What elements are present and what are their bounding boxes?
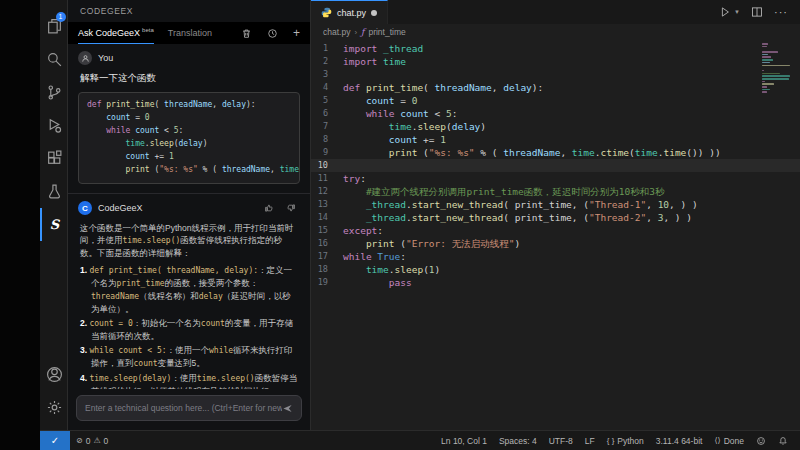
code-token bbox=[87, 112, 106, 125]
code-line[interactable]: 15except: bbox=[311, 224, 800, 237]
code-line[interactable]: 17while True: bbox=[311, 250, 800, 263]
vote-icons bbox=[264, 203, 300, 213]
activity-source-control[interactable] bbox=[40, 76, 68, 109]
breadcrumb[interactable]: chat.py › ƒ print_time bbox=[311, 24, 800, 40]
code-line[interactable]: 5 count = 0 bbox=[311, 94, 800, 107]
line-number: 7 bbox=[311, 120, 343, 133]
code-token: ( print_time, ( bbox=[503, 198, 589, 211]
python-interpreter[interactable]: 3.11.4 64-bit bbox=[650, 431, 709, 450]
split-editor-icon[interactable] bbox=[751, 6, 763, 18]
codegeex-panel: CODEGEEX Ask CodeGeeX beta Translation + bbox=[68, 0, 311, 430]
answer-list-item: 1. def print_time( threadName, delay):：定… bbox=[80, 264, 298, 315]
inline-code: time.sleep() bbox=[123, 236, 181, 245]
code-line[interactable]: 8 count += 1 bbox=[311, 133, 800, 146]
activity-codegeex[interactable]: S bbox=[40, 208, 68, 241]
eol-sequence[interactable]: LF bbox=[579, 431, 601, 450]
breadcrumb-symbol[interactable]: print_time bbox=[368, 27, 405, 37]
code-line[interactable]: 12 #建立两个线程分别调用print_time函数，延迟时间分别为10秒和3秒 bbox=[311, 185, 800, 198]
chat-input[interactable] bbox=[85, 403, 282, 413]
answer-list-item: 3. while count < 5:：使用一个while循环来执行打印操作，直… bbox=[80, 344, 298, 370]
cursor-position[interactable]: Ln 10, Col 1 bbox=[435, 431, 493, 450]
thumbs-up-icon[interactable] bbox=[264, 203, 274, 213]
answer-text: 变量达到5。 bbox=[158, 358, 205, 368]
codegeex-status[interactable]: ⟨⟩ Done bbox=[708, 431, 750, 450]
activity-run-debug[interactable] bbox=[40, 109, 68, 142]
line-number: 5 bbox=[311, 94, 343, 107]
code-line[interactable]: 18 time.sleep(1) bbox=[311, 263, 800, 276]
code-token: ( bbox=[154, 99, 164, 112]
code-token: , bbox=[212, 99, 222, 112]
inline-code: count bbox=[134, 359, 158, 368]
codegeex-icon: S bbox=[50, 217, 59, 232]
code-line: time.sleep(delay) bbox=[87, 138, 291, 151]
code-line[interactable]: 2import time bbox=[311, 55, 800, 68]
code-token: def bbox=[87, 99, 101, 112]
code-token bbox=[87, 164, 126, 177]
history-icon[interactable] bbox=[267, 28, 278, 39]
feedback[interactable] bbox=[750, 431, 772, 450]
answer-text: ：使用一个 bbox=[167, 345, 210, 355]
code-line[interactable]: 4def print_time( threadName, delay): bbox=[311, 81, 800, 94]
question-code-block: def print_time( threadName, delay): coun… bbox=[78, 92, 300, 184]
problems-indicator[interactable]: ⊘ 0 ⚠ 0 bbox=[70, 431, 114, 450]
run-icon[interactable] bbox=[719, 6, 731, 18]
code-line[interactable]: 16 print ("Error: 无法启动线程") bbox=[311, 237, 800, 250]
code-line[interactable]: 7 time.sleep(delay) bbox=[311, 120, 800, 133]
activity-explorer[interactable]: 1 bbox=[40, 10, 68, 43]
tab-chat-py[interactable]: chat.py bbox=[311, 0, 388, 24]
language-mode[interactable]: { } Python bbox=[601, 431, 650, 450]
activity-extensions[interactable] bbox=[40, 142, 68, 175]
braces-icon: { } bbox=[607, 436, 615, 445]
breadcrumb-file[interactable]: chat.py bbox=[323, 27, 350, 37]
assistant-name: CodeGeeX bbox=[98, 203, 143, 213]
activity-accounts[interactable] bbox=[40, 358, 68, 391]
code-line[interactable]: 14 _thread.start_new_thread( print_time,… bbox=[311, 211, 800, 224]
thumbs-down-icon[interactable] bbox=[286, 203, 296, 213]
more-actions-icon[interactable]: ··· bbox=[774, 6, 788, 18]
code-token: time bbox=[389, 120, 412, 133]
activity-search[interactable] bbox=[40, 43, 68, 76]
minimap[interactable] bbox=[762, 43, 792, 94]
main-row: 1 S bbox=[40, 0, 800, 430]
remote-indicator[interactable]: ✓ bbox=[40, 431, 70, 450]
answer-list-item: 2. count = 0：初始化一个名为count的变量，用于存储当前循环的次数… bbox=[80, 317, 298, 342]
code-token: count bbox=[366, 94, 395, 107]
code-line[interactable]: 10 bbox=[311, 159, 800, 172]
answer-list: 1. def print_time( threadName, delay):：定… bbox=[80, 264, 298, 389]
code-editor[interactable]: 1import _thread2import time34def print_t… bbox=[311, 40, 800, 430]
status-bar-right: Ln 10, Col 1 Spaces: 4 UTF-8 LF { } Pyth… bbox=[435, 431, 800, 450]
code-token: #建立两个线程分别调用print_time函数，延迟时间分别为10秒和3秒 bbox=[366, 185, 665, 198]
activity-testing[interactable] bbox=[40, 175, 68, 208]
symbol-function-icon: ƒ bbox=[361, 27, 364, 37]
indentation[interactable]: Spaces: 4 bbox=[493, 431, 543, 450]
code-line[interactable]: 13 _thread.start_new_thread( print_time,… bbox=[311, 198, 800, 211]
code-token bbox=[343, 146, 389, 159]
notifications[interactable] bbox=[772, 431, 794, 450]
new-chat-icon[interactable]: + bbox=[293, 28, 300, 39]
code-line[interactable]: 6 while count < 5: bbox=[311, 107, 800, 120]
code-line[interactable]: 19 pass bbox=[311, 276, 800, 289]
tab-translation[interactable]: Translation bbox=[168, 22, 212, 44]
inline-code: count bbox=[201, 319, 225, 328]
minimap-line bbox=[762, 54, 768, 56]
code-token bbox=[343, 211, 366, 224]
code-token: _thread bbox=[366, 211, 406, 224]
code-token: "%s: %s" bbox=[159, 164, 198, 177]
feedback-smiley-icon bbox=[756, 436, 766, 446]
code-line[interactable]: 1import _thread bbox=[311, 42, 800, 55]
activity-settings[interactable] bbox=[40, 391, 68, 424]
clear-trash-icon[interactable] bbox=[241, 28, 252, 39]
code-line[interactable]: 3 bbox=[311, 68, 800, 81]
code-line[interactable]: 11try: bbox=[311, 172, 800, 185]
minimap-line bbox=[762, 70, 764, 72]
code-token: . bbox=[299, 164, 300, 177]
encoding[interactable]: UTF-8 bbox=[543, 431, 579, 450]
run-dropdown-caret-icon[interactable]: ▼ bbox=[734, 9, 740, 15]
code-token: time bbox=[280, 164, 299, 177]
panel-tab-actions: + bbox=[241, 28, 300, 39]
modified-dot-icon[interactable] bbox=[371, 10, 377, 16]
code-token bbox=[343, 107, 366, 120]
tab-ask-codegeex[interactable]: Ask CodeGeeX beta bbox=[78, 22, 154, 44]
code-line[interactable]: 9 print ("%s: %s" % ( threadName, time.c… bbox=[311, 146, 800, 159]
send-icon[interactable] bbox=[282, 403, 293, 414]
